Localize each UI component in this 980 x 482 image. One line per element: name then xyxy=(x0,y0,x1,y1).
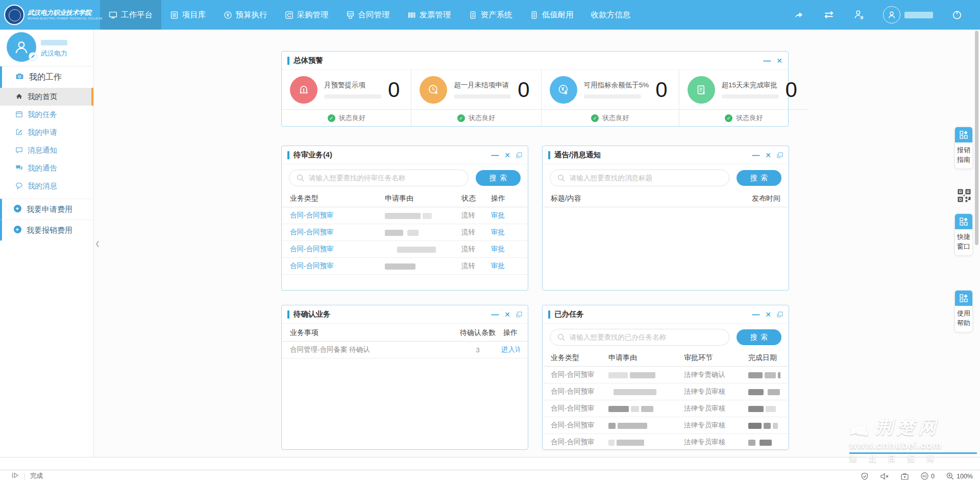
profile-avatar[interactable] xyxy=(7,32,36,62)
close-icon[interactable]: ✕ xyxy=(776,57,782,65)
sidebar-item-my-applications[interactable]: 我的申请 xyxy=(0,124,93,141)
sidebar-item-my-home[interactable]: 我的首页 xyxy=(0,88,93,106)
message-icon xyxy=(15,182,23,191)
share-icon[interactable] xyxy=(793,9,804,20)
minimize-icon[interactable]: — xyxy=(491,312,499,317)
check-circle-icon: ✓ xyxy=(725,114,732,122)
nav-item-project-library[interactable]: 项目库 xyxy=(161,0,215,30)
power-icon[interactable] xyxy=(951,9,963,20)
date-redacted xyxy=(748,388,780,396)
accent-bar xyxy=(287,310,289,319)
minimize-icon[interactable]: — xyxy=(752,153,760,158)
divider xyxy=(24,473,25,480)
popout-icon[interactable] xyxy=(777,152,783,158)
shield-check-icon[interactable] xyxy=(861,472,869,480)
popout-icon[interactable] xyxy=(516,152,522,158)
reason-redacted xyxy=(385,212,461,220)
sidebar-item-my-announcements[interactable]: 我的通告 xyxy=(0,159,93,177)
search-icon xyxy=(557,333,566,344)
pending-search-button[interactable]: 搜索 xyxy=(476,170,521,186)
approve-link[interactable]: 审批 xyxy=(491,245,520,254)
sidebar-item-my-messages[interactable]: 我的消息 xyxy=(0,177,93,195)
done-search-input[interactable] xyxy=(550,329,729,346)
popout-icon[interactable] xyxy=(516,311,522,318)
done-search-button[interactable]: 搜索 xyxy=(737,329,781,345)
close-icon[interactable]: ✕ xyxy=(504,310,510,319)
reason-redacted xyxy=(385,262,461,270)
status-text: 完成 xyxy=(30,472,43,480)
business-type-link[interactable]: 合同-合同预审 xyxy=(290,261,385,271)
minimize-icon[interactable]: — xyxy=(763,58,771,63)
widget-reimburse-guide[interactable]: 报销指南 xyxy=(954,127,973,169)
grid-diamond-icon xyxy=(955,127,972,142)
sidebar-action-reimburse-expense[interactable]: 我要报销费用 xyxy=(0,220,93,240)
nav-item-invoice-mgmt[interactable]: 发票管理 xyxy=(399,0,460,30)
close-icon[interactable]: ✕ xyxy=(765,151,771,159)
widget-quick-window[interactable]: 快捷窗口 xyxy=(954,213,973,256)
notice-search-input[interactable] xyxy=(550,170,729,186)
minimize-icon[interactable]: — xyxy=(491,153,499,158)
panel-title: 待确认业务 xyxy=(293,309,331,319)
reason-redacted xyxy=(385,246,461,253)
panel-done-tasks: 已办任务 — ✕ 搜索 业务类型 xyxy=(542,305,789,450)
brand-logo: 武汉电力职业技术学院 WUHAN ELECTRIC POWER TECHNICA… xyxy=(0,0,100,30)
debug-play-icon[interactable] xyxy=(11,472,19,481)
business-type-link[interactable]: 合同-合同预审 xyxy=(290,245,385,254)
minimize-icon[interactable]: — xyxy=(752,312,760,317)
reason-redacted xyxy=(608,371,684,379)
table-header: 标题/内容 发布时间 xyxy=(543,190,788,207)
enter-detail-link[interactable]: 进入详情 xyxy=(501,345,520,354)
empty-table-body xyxy=(543,207,788,290)
sidebar-action-apply-expense[interactable]: 我要申请费用 xyxy=(0,199,93,220)
nav-item-contract-mgmt[interactable]: 合同管理 xyxy=(337,0,399,30)
swap-icon[interactable] xyxy=(823,10,835,20)
approve-link[interactable]: 审批 xyxy=(491,211,520,220)
popout-icon[interactable] xyxy=(777,311,783,318)
content-area: 总体预警 — ✕ 月预警提示项 0 xyxy=(94,30,980,457)
nav-item-procurement[interactable]: 采购管理 xyxy=(276,0,337,30)
business-type-link[interactable]: 合同-合同预审 xyxy=(290,228,385,237)
person-funds-icon[interactable] xyxy=(853,9,865,20)
progress-bar xyxy=(324,94,381,99)
nav-item-low-value-durable[interactable]: 低值耐用 xyxy=(521,0,582,30)
first-aid-icon[interactable] xyxy=(900,472,909,480)
ad-blocker-icon[interactable]: AD0 xyxy=(920,472,935,480)
table-row: 合同-合同预审 法律专员审核 xyxy=(543,417,788,434)
top-nav-items: 工作平台 项目库 预算执行 采购管理 合同管理 发票管理 xyxy=(100,0,639,30)
sidebar-item-my-tasks[interactable]: 我的任务 xyxy=(0,106,93,124)
nav-item-payee-info[interactable]: 收款方信息 xyxy=(582,0,640,30)
notice-search-button[interactable]: 搜索 xyxy=(737,170,781,186)
edit-icon xyxy=(15,128,23,137)
qr-code-icon[interactable] xyxy=(957,188,972,205)
nav-item-work-platform[interactable]: 工作平台 xyxy=(100,0,161,30)
zoom-level-icon[interactable]: 100% xyxy=(946,472,973,480)
close-icon[interactable]: ✕ xyxy=(504,151,510,159)
durable-icon xyxy=(530,11,538,19)
sidebar-collapse-handle[interactable]: ❮ xyxy=(95,240,100,247)
business-type-link[interactable]: 合同-合同预审 xyxy=(290,211,385,220)
table-header: 业务事项 待确认条数 操作 xyxy=(282,325,527,342)
close-icon[interactable]: ✕ xyxy=(765,310,771,319)
speaker-muted-icon[interactable] xyxy=(880,472,889,480)
reason-redacted xyxy=(608,388,684,396)
sidebar-item-message-notify[interactable]: 消息通知 xyxy=(0,141,93,159)
reason-redacted xyxy=(608,422,684,429)
reason-redacted xyxy=(608,405,684,413)
widget-usage-help[interactable]: 使用帮助 xyxy=(954,290,973,332)
calendar-icon xyxy=(15,110,23,119)
table-row: 合同-合同预审 法律专员审核 xyxy=(543,400,788,417)
nav-item-asset-system[interactable]: 资产系统 xyxy=(460,0,521,30)
nav-item-budget-execution[interactable]: 预算执行 xyxy=(215,0,276,30)
avatar-icon[interactable] xyxy=(883,6,900,23)
page-scrollbar[interactable] xyxy=(975,31,978,245)
approve-link[interactable]: 审批 xyxy=(491,228,520,237)
panel-title: 已办任务 xyxy=(554,309,584,319)
edit-pencil-icon[interactable] xyxy=(29,52,37,61)
pending-search-input[interactable] xyxy=(289,170,469,186)
alert-value: 0 xyxy=(786,78,800,102)
sidebar-section-my-work[interactable]: 我的工作 xyxy=(0,66,93,88)
brand-subtitle: WUHAN ELECTRIC POWER TECHNICAL COLLEGE xyxy=(28,17,103,20)
date-redacted xyxy=(748,439,780,446)
panel-notices: 通告/消息通知 — ✕ 搜索 标题/内容 xyxy=(542,146,789,291)
approve-link[interactable]: 审批 xyxy=(491,261,520,271)
